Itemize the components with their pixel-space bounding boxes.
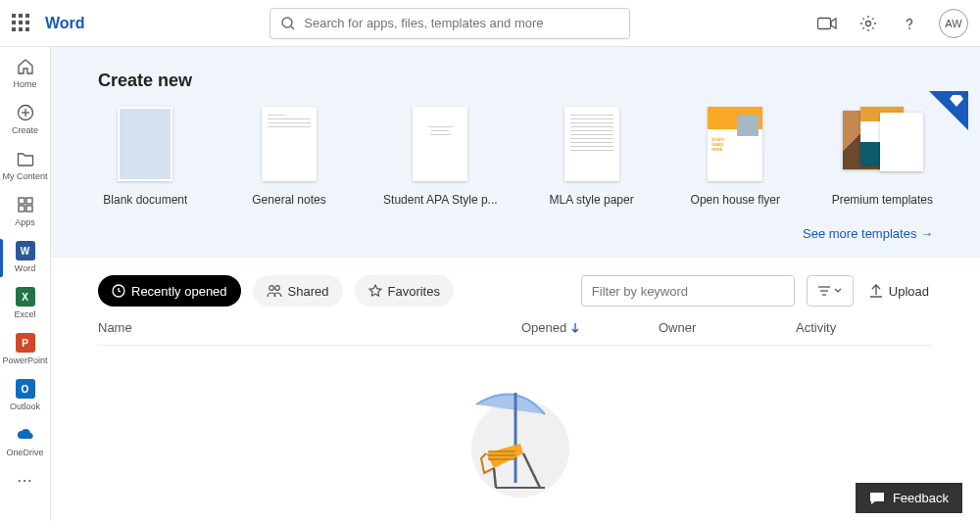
svg-point-3 (866, 21, 871, 25)
template-label: Blank document (103, 193, 187, 207)
app-launcher-icon[interactable] (12, 14, 31, 33)
svg-rect-11 (26, 206, 32, 212)
sidebar-item-home[interactable]: Home (0, 51, 51, 97)
sidebar-item-outlook[interactable]: O Outlook (0, 373, 51, 419)
sidebar-label-word: Word (15, 263, 35, 273)
sort-button[interactable] (807, 275, 854, 307)
more-icon: ⋯ (17, 471, 33, 490)
template-apa[interactable]: Student APA Style p... (385, 107, 495, 207)
left-sidebar: Home Create My Content Apps W Word X Exc… (0, 47, 51, 521)
header-bar: Word AW (0, 0, 980, 47)
template-thumb (262, 107, 317, 181)
template-premium[interactable]: Premium templates (832, 107, 933, 207)
template-label: Student APA Style p... (383, 193, 498, 207)
main-content: Create new Blank document General notes … (51, 47, 980, 521)
svg-rect-2 (818, 18, 831, 28)
sidebar-label-outlook: Outlook (10, 402, 40, 411)
diamond-icon (950, 95, 963, 107)
template-thumb (564, 107, 619, 181)
star-icon (368, 284, 382, 298)
settings-icon[interactable] (857, 12, 880, 35)
svg-rect-10 (19, 206, 24, 212)
tab-label: Recently opened (131, 284, 227, 299)
sidebar-label-apps: Apps (15, 217, 35, 227)
sidebar-item-onedrive[interactable]: OneDrive (0, 419, 51, 465)
search-icon (280, 16, 296, 31)
excel-icon: X (16, 287, 35, 307)
sidebar-label-mycontent: My Content (2, 171, 47, 181)
meet-now-icon[interactable] (815, 12, 839, 35)
tab-label: Favorites (388, 284, 440, 299)
col-opened[interactable]: Opened (521, 320, 659, 335)
filter-input[interactable] (581, 275, 795, 307)
see-more-templates-link[interactable]: See more templates → (803, 226, 933, 241)
see-more-row: See more templates → (98, 224, 933, 242)
create-new-title: Create new (98, 71, 933, 91)
template-blank[interactable]: Blank document (98, 107, 193, 207)
upload-label: Upload (889, 284, 929, 299)
tab-recently-opened[interactable]: Recently opened (98, 275, 241, 307)
template-label: General notes (252, 193, 325, 207)
apps-icon (16, 195, 35, 214)
chat-icon (869, 492, 885, 505)
beach-chair-illustration (447, 375, 584, 502)
header-left: Word (12, 14, 85, 33)
clock-icon (112, 284, 125, 298)
col-owner[interactable]: Owner (659, 320, 796, 335)
template-label: Premium templates (832, 193, 933, 207)
sidebar-item-excel[interactable]: X Excel (0, 281, 51, 327)
powerpoint-icon: P (16, 333, 35, 353)
svg-rect-9 (26, 198, 32, 204)
upload-button[interactable]: Upload (865, 283, 933, 299)
tab-shared[interactable]: Shared (253, 275, 343, 307)
col-opened-label: Opened (521, 320, 566, 335)
help-icon[interactable] (898, 12, 921, 35)
docs-toolbar: Recently opened Shared Favorites Upload (98, 275, 933, 307)
search-input[interactable] (304, 16, 619, 30)
template-mla[interactable]: MLA style paper (544, 107, 639, 207)
tab-favorites[interactable]: Favorites (355, 275, 454, 307)
search-box[interactable] (270, 8, 630, 39)
create-icon (16, 103, 35, 122)
account-avatar[interactable]: AW (939, 9, 968, 38)
people-icon (267, 284, 282, 298)
template-label: Open house flyer (691, 193, 780, 207)
sidebar-item-more[interactable]: ⋯ (0, 465, 51, 497)
template-flyer[interactable]: EVENTNAMEHERE Open house flyer (688, 107, 783, 207)
flyer-text: HERE (711, 147, 722, 152)
sort-down-icon (570, 322, 580, 334)
empty-state (98, 346, 933, 502)
template-thumb (413, 107, 467, 181)
folder-icon (16, 149, 35, 168)
sidebar-item-word[interactable]: W Word (0, 235, 51, 281)
feedback-button[interactable]: Feedback (856, 483, 962, 513)
sidebar-label-excel: Excel (14, 309, 35, 319)
template-label: MLA style paper (550, 193, 634, 207)
brand-name: Word (45, 15, 85, 32)
svg-point-13 (269, 286, 273, 291)
svg-point-4 (908, 27, 910, 29)
documents-section: Recently opened Shared Favorites Upload (51, 258, 980, 520)
svg-point-0 (282, 18, 292, 27)
tab-label: Shared (288, 284, 329, 299)
search-container (85, 8, 815, 39)
col-name[interactable]: Name (98, 320, 521, 335)
col-activity[interactable]: Activity (796, 320, 933, 335)
template-general-notes[interactable]: General notes (242, 107, 337, 207)
upload-icon (869, 283, 883, 299)
sidebar-item-create[interactable]: Create (0, 97, 51, 143)
premium-thumbs (843, 107, 921, 181)
templates-row: Blank document General notes Student APA… (98, 107, 933, 207)
svg-line-1 (291, 26, 294, 29)
sidebar-item-apps[interactable]: Apps (0, 189, 51, 235)
create-new-section: Create new Blank document General notes … (51, 47, 980, 258)
svg-rect-8 (19, 198, 24, 204)
feedback-label: Feedback (893, 491, 949, 505)
sidebar-item-powerpoint[interactable]: P PowerPoint (0, 327, 51, 373)
sidebar-item-mycontent[interactable]: My Content (0, 143, 51, 189)
sidebar-label-powerpoint: PowerPoint (2, 355, 47, 365)
home-icon (16, 57, 35, 76)
chevron-down-icon (834, 288, 842, 294)
header-right: AW (815, 9, 968, 38)
onedrive-icon (16, 425, 35, 445)
